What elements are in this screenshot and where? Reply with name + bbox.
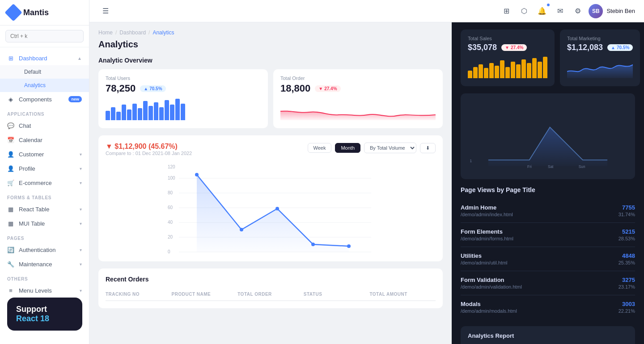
pv-left: Utilities /demo/admin/util.html: [461, 252, 508, 265]
grid-icon[interactable]: ⊞: [499, 4, 513, 18]
dark-income-svg: Fri Sat Sun 1: [468, 100, 628, 171]
card-label: Total Marketing: [567, 36, 633, 41]
notification-icon[interactable]: 🔔: [535, 4, 549, 18]
search-input[interactable]: [5, 30, 84, 42]
breadcrumb-dashboard[interactable]: Dashboard: [119, 29, 146, 36]
pv-pct: 25.35%: [619, 260, 635, 265]
sidebar-item-ecommerce[interactable]: 🛒 E-commerce ▾: [0, 176, 89, 190]
breadcrumb-sep1: /: [115, 29, 117, 36]
svg-point-17: [347, 244, 351, 248]
pv-pct: 28.53%: [619, 236, 635, 241]
svg-text:Sat: Sat: [548, 165, 554, 169]
settings-icon[interactable]: ⚙: [571, 4, 585, 18]
menu-toggle-icon[interactable]: ☰: [98, 4, 113, 18]
topbar-right: ⊞ ⬡ 🔔 ✉ ⚙ SB Stebin Ben: [499, 4, 635, 18]
content-area: Home / Dashboard / Analytics Analytics A…: [89, 22, 644, 344]
income-compare: Compare to : 01 Dec 2021-08 Jan 2022: [106, 151, 192, 156]
month-button[interactable]: Month: [335, 143, 360, 153]
analytics-report-title: Analytics Report: [468, 332, 628, 339]
income-chart: 0 20 40 60 80 100 120: [106, 165, 436, 254]
bar-element: [170, 105, 174, 120]
section-applications: Applications: [0, 106, 89, 118]
calendar-icon: 📅: [7, 136, 14, 143]
total-users-card: Total Users 78,250 ▲ 70.5%: [98, 69, 268, 128]
support-text: Support: [16, 305, 73, 314]
lang-icon[interactable]: ⬡: [517, 4, 531, 18]
breadcrumb: Home / Dashboard / Analytics: [98, 29, 443, 36]
bar-element: [489, 63, 494, 78]
chevron-down-icon: ▾: [80, 221, 82, 226]
chevron-down-icon: ▾: [80, 180, 82, 185]
card-label: Total Order: [280, 76, 436, 81]
sidebar-item-maintenance[interactable]: 🔧 Maintenance ▾: [0, 257, 89, 271]
card-value: $35,078: [468, 43, 497, 52]
pv-count: 3275: [619, 277, 635, 283]
arrow-up-icon: ▲: [144, 86, 148, 91]
bar-element: [165, 100, 169, 120]
sidebar-item-calendar[interactable]: 📅 Calendar: [0, 133, 89, 147]
sidebar-item-default[interactable]: Default: [0, 65, 89, 79]
sidebar-item-label: Dashboard: [19, 55, 47, 62]
arrow-down-icon: ▼: [318, 86, 323, 91]
recent-orders-card: Recent Orders Tracking No Product Name T…: [98, 268, 443, 308]
bar-element: [143, 101, 148, 120]
pv-title: Modals: [461, 301, 517, 307]
sidebar-item-analytics[interactable]: Analytics: [0, 79, 89, 92]
sidebar-item-components[interactable]: ◈ Components new: [0, 92, 89, 106]
pv-title: Form Elements: [461, 228, 513, 235]
sidebar-item-label: Customer: [19, 151, 44, 158]
pv-right: 3003 22.21%: [619, 301, 635, 314]
sidebar-item-label: React Table: [19, 206, 49, 213]
sidebar-item-profile[interactable]: 👤 Profile ▾: [0, 161, 89, 176]
pv-right: 4848 25.35%: [619, 252, 635, 265]
pv-pct: 23.17%: [619, 284, 635, 289]
sidebar-logo[interactable]: Mantis: [0, 0, 89, 25]
sidebar-item-authentication[interactable]: 🔄 Authentication ▾: [0, 243, 89, 257]
svg-point-13: [195, 173, 199, 176]
sidebar-item-dashboard[interactable]: ⊞ Dashboard ▲: [0, 51, 89, 65]
svg-text:Fri: Fri: [527, 165, 532, 169]
breadcrumb-home[interactable]: Home: [98, 29, 113, 36]
logo-text: Mantis: [23, 8, 49, 17]
analytic-overview-title: Analytic Overview: [98, 57, 443, 64]
breadcrumb-current: Analytics: [153, 29, 174, 36]
total-sales-card: Total Sales $35,078 ▼ 27.4%: [461, 29, 555, 86]
sidebar-item-label: Authentication: [19, 247, 55, 253]
main-content: ☰ ⊞ ⬡ 🔔 ✉ ⚙ SB Stebin Ben Home / Dashboa…: [89, 0, 644, 344]
income-overview-card: ▼ $1,12,900 (45.67%) Compare to : 01 Dec…: [98, 135, 443, 261]
pv-url: /demo/admin/index.html: [461, 212, 513, 217]
topbar-left: ☰: [98, 4, 113, 18]
sidebar-item-menu-levels[interactable]: ≡ Menu Levels ▾: [0, 283, 89, 298]
svg-point-14: [240, 228, 243, 231]
sidebar-item-react-table[interactable]: ▦ React Table ▾: [0, 202, 89, 216]
sidebar-item-label: Maintenance: [19, 261, 52, 268]
react-table-icon: ▦: [7, 206, 14, 213]
volume-select[interactable]: By Total Volume: [364, 143, 416, 153]
breadcrumb-sep2: /: [148, 29, 150, 36]
badge-value: 27.4%: [324, 86, 337, 91]
sidebar-item-mui-table[interactable]: ▦ MUI Table ▾: [0, 216, 89, 231]
total-marketing-card: Total Marketing $1,12,083 ▲ 70.5%: [560, 29, 640, 86]
pv-pct: 31.74%: [619, 212, 635, 217]
section-forms: Forms & Tables: [0, 190, 89, 202]
card-badge: ▲ 70.5%: [607, 44, 633, 51]
download-button[interactable]: ⬇: [420, 143, 436, 153]
week-button[interactable]: Week: [308, 143, 332, 153]
bar-element: [132, 104, 137, 120]
svg-text:1: 1: [470, 159, 472, 163]
dark-analytic-cards: Total Sales $35,078 ▼ 27.4% Total Market…: [461, 29, 635, 86]
bar-element: [538, 62, 542, 78]
bar-element: [484, 68, 488, 78]
recent-orders-title: Recent Orders: [106, 276, 436, 283]
income-arrow: ▼: [106, 143, 114, 150]
support-react-badge[interactable]: Support React 18: [7, 298, 82, 331]
sidebar-item-chat[interactable]: 💬 Chat: [0, 118, 89, 133]
list-item: Utilities /demo/admin/util.html 4848 25.…: [461, 247, 635, 271]
mail-icon[interactable]: ✉: [553, 4, 567, 18]
pv-title: Form Validation: [461, 277, 522, 283]
bar-element: [468, 71, 472, 78]
user-avatar[interactable]: SB Stebin Ben: [589, 4, 635, 18]
chevron-down-icon: ▾: [80, 207, 82, 212]
sidebar-item-label: Menu Levels: [19, 287, 52, 294]
sidebar-item-customer[interactable]: 👤 Customer ▾: [0, 147, 89, 161]
